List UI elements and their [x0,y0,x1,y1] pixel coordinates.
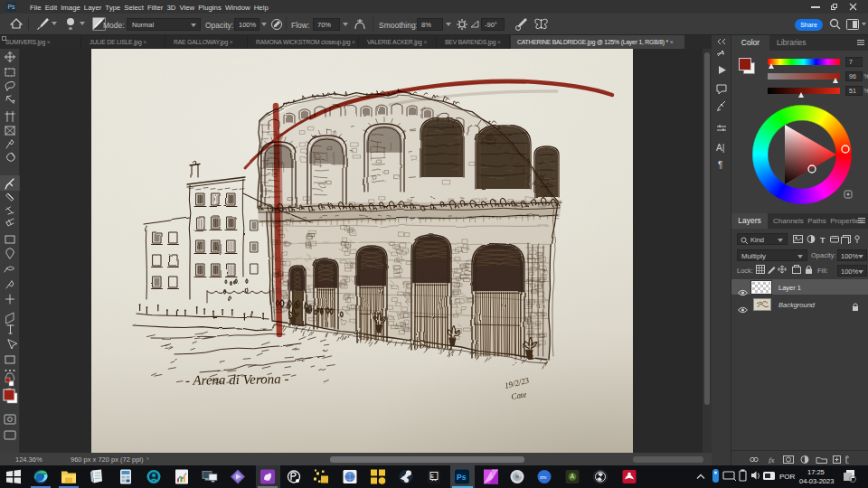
svg-text:fx: fx [769,455,775,464]
svg-text:T: T [820,236,826,245]
svg-text:¶: ¶ [718,160,722,170]
svg-text:- Arena di Verona -: - Arena di Verona - [185,371,289,388]
svg-text:A|: A| [716,143,724,153]
svg-text:17:25: 17:25 [807,468,825,476]
svg-text:zm: zm [540,474,547,480]
svg-text:Ps: Ps [457,473,467,482]
svg-text:POR: POR [779,473,796,481]
svg-text:04-03-2023: 04-03-2023 [799,477,834,485]
